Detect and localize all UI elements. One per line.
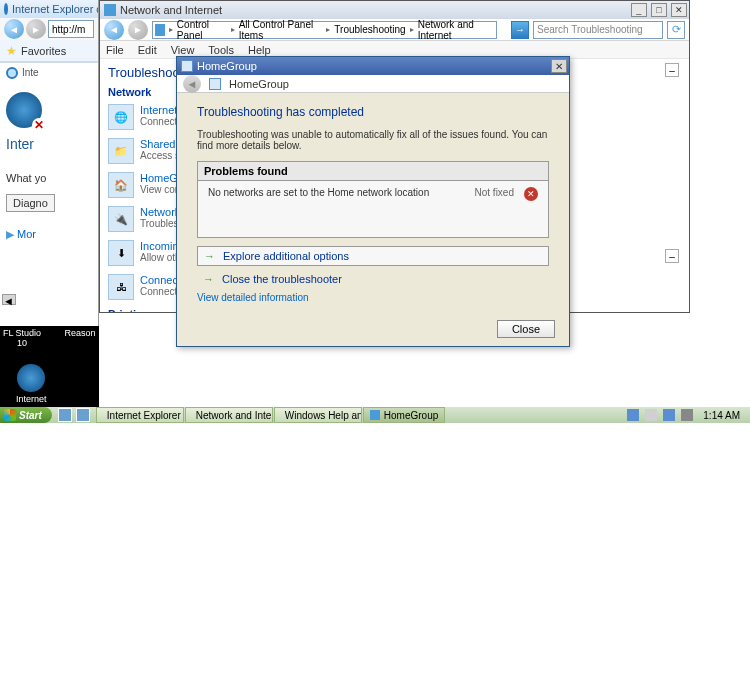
explore-options-button[interactable]: → Explore additional options [197, 246, 549, 266]
crumb-all-items[interactable]: All Control Panel Items [239, 19, 323, 41]
close-button[interactable]: Close [497, 320, 555, 338]
globe-error-icon [6, 92, 42, 128]
task-network[interactable]: Network and Inter... [185, 407, 273, 423]
favorites-label: Favorites [21, 45, 66, 57]
task-homegroup[interactable]: HomeGroup [363, 407, 445, 423]
desktop-icon-ie[interactable]: Internet [16, 364, 47, 404]
back-button[interactable]: ◄ [104, 20, 124, 40]
menu-view[interactable]: View [171, 44, 195, 56]
dialog-heading: Troubleshooting has completed [197, 105, 549, 119]
desktop-icon-flstudio[interactable]: FL Studio 10 [2, 328, 42, 348]
task-ie[interactable]: Internet Explorer c... [96, 407, 184, 423]
forward-button[interactable]: ► [26, 19, 46, 39]
ie-tab-label: Inte [22, 67, 39, 78]
search-input[interactable]: Search Troubleshooting [533, 21, 663, 39]
problems-found-header: Problems found [198, 162, 548, 181]
problem-status: Not fixed [475, 187, 514, 198]
taskbar: Start Internet Explorer c... Network and… [0, 407, 750, 423]
ie-body: Inter What yo Diagno ▶ Mor [0, 82, 98, 251]
crumb-control-panel[interactable]: Control Panel [177, 19, 227, 41]
tray-icon[interactable] [681, 409, 693, 421]
close-button[interactable]: ✕ [551, 59, 567, 73]
dialog-description: Troubleshooting was unable to automatica… [197, 129, 549, 151]
crumb-network-internet[interactable]: Network and Internet [418, 19, 494, 41]
menu-file[interactable]: File [106, 44, 124, 56]
address-row: ◄ ► ▸ Control Panel ▸ All Control Panel … [100, 19, 689, 41]
dialog-footer: Close [497, 320, 555, 338]
menu-help[interactable]: Help [248, 44, 271, 56]
homegroup-icon [370, 410, 380, 420]
desktop: FL Studio 10 Reason Internet [0, 326, 99, 407]
more-info-link[interactable]: Mor [17, 228, 36, 240]
problems-found-box: Problems found No networks are set to th… [197, 161, 549, 238]
minimize-button[interactable]: _ [631, 3, 647, 17]
ie-nav-bar: ◄ ► http://m [0, 18, 98, 40]
dialog-crumb: HomeGroup [229, 78, 289, 90]
task-help[interactable]: Windows Help and... [274, 407, 362, 423]
favorites-bar[interactable]: ★ Favorites [0, 40, 98, 62]
collapse-button[interactable]: – [665, 249, 679, 263]
control-panel-icon [104, 4, 116, 16]
error-icon: ✕ [524, 187, 538, 201]
workplace-icon: 🖧 [108, 274, 134, 300]
refresh-button[interactable]: ⟳ [667, 21, 685, 39]
chevron-right-icon: ▸ [410, 25, 414, 34]
problem-text: No networks are set to the Home network … [208, 187, 475, 198]
tray-icon[interactable] [627, 409, 639, 421]
desktop-icon-reason[interactable]: Reason [60, 328, 100, 348]
ie-body-text: What yo [6, 172, 92, 184]
forward-button[interactable]: ► [128, 20, 148, 40]
dialog-title: HomeGroup [197, 60, 257, 72]
back-button[interactable]: ◄ [183, 75, 201, 93]
ie-title-bar: Internet Explorer can [0, 0, 98, 18]
go-button[interactable]: → [511, 21, 529, 39]
address-bar[interactable]: http://m [48, 20, 94, 38]
ql-icon[interactable] [58, 408, 72, 422]
close-button[interactable]: ✕ [671, 3, 687, 17]
chevron-right-icon: ▸ [326, 25, 330, 34]
scroll-left-button[interactable]: ◄ [2, 294, 16, 305]
network-icon: 🌐 [108, 104, 134, 130]
chevron-right-icon: ▸ [231, 25, 235, 34]
control-panel-icon [155, 24, 165, 36]
adapter-icon: 🔌 [108, 206, 134, 232]
view-detailed-link[interactable]: View detailed information [197, 292, 549, 303]
menu-edit[interactable]: Edit [138, 44, 157, 56]
ie-logo-icon [17, 364, 45, 392]
collapse-button[interactable]: – [665, 63, 679, 77]
window-controls: _ □ ✕ [630, 3, 687, 17]
ie-icon [4, 3, 8, 15]
star-icon: ★ [6, 44, 17, 58]
homegroup-icon [209, 78, 221, 90]
menu-tools[interactable]: Tools [208, 44, 234, 56]
dialog-title-bar: HomeGroup ✕ [177, 57, 569, 75]
tray-icon[interactable] [663, 409, 675, 421]
system-tray: 1:14 AM [621, 409, 750, 421]
homegroup-dialog: HomeGroup ✕ ◄ HomeGroup Troubleshooting … [176, 56, 570, 347]
breadcrumb[interactable]: ▸ Control Panel ▸ All Control Panel Item… [152, 21, 497, 39]
ie-tab[interactable]: Inte [0, 62, 98, 82]
ie-title-text: Internet Explorer can [12, 3, 98, 15]
ie-icon [6, 67, 18, 79]
close-troubleshooter-button[interactable]: → Close the troubleshooter [197, 270, 549, 288]
homegroup-icon: 🏠 [108, 172, 134, 198]
incoming-icon: ⬇ [108, 240, 134, 266]
window-title: Network and Internet [120, 4, 222, 16]
quick-launch [58, 408, 90, 422]
dialog-header: ◄ HomeGroup [177, 75, 569, 93]
ql-icon[interactable] [76, 408, 90, 422]
start-button[interactable]: Start [0, 407, 52, 423]
chevron-right-icon: ▸ [169, 25, 173, 34]
dialog-body: Troubleshooting has completed Troublesho… [177, 93, 569, 311]
homegroup-icon [181, 60, 193, 72]
maximize-button[interactable]: □ [651, 3, 667, 17]
window-title-bar: Network and Internet _ □ ✕ [100, 1, 689, 19]
back-button[interactable]: ◄ [4, 19, 24, 39]
clock[interactable]: 1:14 AM [699, 410, 744, 421]
folder-icon: 📁 [108, 138, 134, 164]
diagnose-button[interactable]: Diagno [6, 194, 55, 212]
tray-icon[interactable] [645, 409, 657, 421]
ie-heading: Inter [6, 136, 92, 152]
crumb-troubleshooting[interactable]: Troubleshooting [334, 24, 405, 35]
problem-row: No networks are set to the Home network … [198, 181, 548, 237]
